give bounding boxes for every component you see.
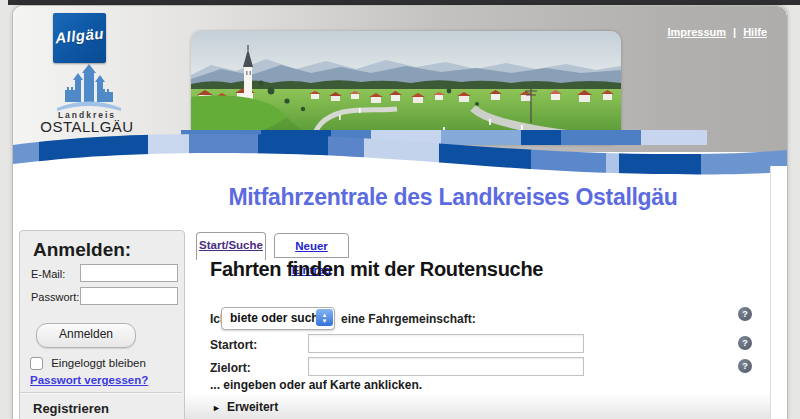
start-input[interactable]	[308, 334, 584, 353]
advanced-section: ►Erweitert	[185, 394, 771, 419]
impressum-link[interactable]: Impressum	[667, 26, 726, 38]
advanced-toggle[interactable]: ►Erweitert	[212, 394, 278, 419]
email-label: E-Mail:	[31, 268, 65, 280]
header-links: Impressum|Hilfe	[667, 26, 767, 38]
select-stepper-icon: ▲▼	[316, 309, 333, 326]
stay-logged-in-row: Eingeloggt bleiben	[30, 357, 146, 370]
stay-logged-in-label: Eingeloggt bleiben	[51, 357, 146, 369]
help-icon[interactable]: ?	[738, 359, 752, 373]
dest-label: Zielort:	[210, 361, 251, 375]
tab-neuer-eintrag[interactable]: Neuer Eintrag	[274, 233, 349, 258]
map-hint-text: ... eingeben oder auf Karte anklicken.	[210, 378, 422, 392]
forgot-password-link[interactable]: Passwort vergessen?	[30, 374, 148, 386]
stay-logged-in-checkbox[interactable]	[30, 357, 43, 370]
tab-start-suche[interactable]: Start/Suche	[196, 232, 266, 260]
link-separator: |	[733, 26, 736, 38]
page-title: Mitfahrzentrale des Landkreises Ostallgä…	[133, 184, 773, 211]
advanced-label: Erweitert	[227, 400, 278, 414]
search-heading: Fahrten finden mit der Routensuche	[210, 258, 543, 281]
triangle-right-icon: ►	[212, 403, 221, 413]
start-label: Startort:	[210, 338, 257, 352]
castle-icon	[57, 64, 121, 112]
login-sidebar: Anmelden: E-Mail: Passwort: Anmelden Ein…	[19, 230, 185, 419]
tab-start-suche-label[interactable]: Start/Suche	[199, 239, 263, 251]
login-heading: Anmelden:	[33, 239, 131, 261]
password-field[interactable]	[80, 287, 178, 305]
page-header: Impressum|Hilfe Allgäu Landkreis OSTALLG…	[13, 6, 787, 152]
page-card: Impressum|Hilfe Allgäu Landkreis OSTALLG…	[12, 5, 788, 419]
email-field[interactable]	[80, 264, 178, 282]
dest-input[interactable]	[308, 357, 584, 376]
help-icon[interactable]: ?	[738, 336, 752, 350]
ride-type-value: biete oder suche	[230, 311, 325, 325]
ride-type-select[interactable]: biete oder suche ▲▼	[221, 307, 335, 330]
decorative-ribbon	[13, 127, 787, 183]
sidebar-divider	[20, 392, 182, 394]
help-icon[interactable]: ?	[738, 307, 752, 321]
register-heading[interactable]: Registrieren	[33, 401, 109, 416]
scrollbar-gutter	[770, 166, 787, 419]
login-button[interactable]: Anmelden	[36, 323, 136, 348]
ride-row-suffix: eine Fahrgemeinschaft:	[341, 312, 476, 326]
password-label: Passwort:	[31, 291, 79, 303]
allgaeu-logo[interactable]: Allgäu	[53, 13, 106, 63]
hilfe-link[interactable]: Hilfe	[743, 26, 767, 38]
allgaeu-logo-label: Allgäu	[52, 24, 106, 46]
